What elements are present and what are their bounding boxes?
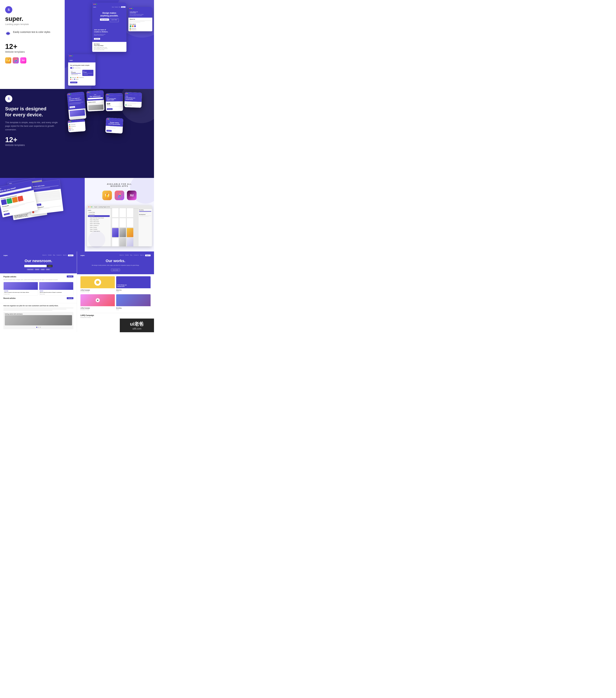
popular-articles-title: Popular articles bbox=[3, 276, 16, 278]
screens-container: super. About Features Blog Sign In Desig… bbox=[65, 0, 154, 89]
newsroom-search-btn[interactable]: Search bbox=[47, 265, 53, 267]
things-title: A few things youshould know bbox=[130, 11, 151, 13]
newsroom-header: super. About Us Portfolio Blog Contact U… bbox=[0, 251, 77, 274]
card-2-img bbox=[39, 282, 73, 290]
svg-rect-26 bbox=[118, 196, 120, 198]
pricing-card-1: $39 Essential Single project tier bbox=[70, 70, 82, 76]
works-header: super. About Us Portfolio Blog Contact U… bbox=[77, 251, 154, 274]
about-us-title: About Us bbox=[130, 19, 151, 20]
about-body: About Us Our values C bbox=[128, 18, 152, 31]
tag-popular: Popular topics bbox=[27, 269, 34, 270]
mock-join-section: Join our team ofcreative & thinkers. We'… bbox=[92, 27, 126, 42]
larq-info-section: LARQ Campaign Development & Design bbox=[81, 313, 151, 318]
feature-1: Easily customize text & color styles bbox=[5, 30, 59, 37]
newsroom-body: Popular articles View All We track consu… bbox=[0, 274, 77, 303]
mock-learnmore-btn: Learn More bbox=[110, 18, 119, 22]
article-title: How we organize our jobs for our new cus… bbox=[3, 305, 73, 307]
hero-left-panel: S super. Landing pages template Easily c… bbox=[0, 0, 65, 89]
works-item-larq: LARQ Campaign Development & Design bbox=[81, 276, 115, 293]
template-count-label: Website templates bbox=[5, 51, 59, 53]
mock-nav-links: About Features Blog Sign In bbox=[112, 6, 126, 8]
view-all-btn[interactable]: View All bbox=[67, 276, 73, 278]
figma-icon bbox=[13, 57, 19, 64]
templates-left-panel: super. What do you need? The most reques… bbox=[0, 178, 85, 251]
mock-idea-desc: We're a digital agency with a greatteam … bbox=[94, 47, 125, 51]
pricing-cards-row: $39 Essential Single project tier $69 Gr… bbox=[70, 70, 94, 76]
svg-rect-25 bbox=[118, 195, 120, 196]
pricing-mock-screen: super. Our pricing plan made simple. Ann… bbox=[68, 54, 96, 85]
phone-mock-6: Design makesanything possible. About us bbox=[106, 117, 123, 134]
works-desc: We design & build products, fonts, apps,… bbox=[81, 265, 151, 266]
toggle-label: Annual billing bbox=[74, 67, 81, 68]
card-2-body: UPDATE How we plan the works of Super's … bbox=[39, 290, 73, 295]
newsroom-nav-links: About Us Portfolio Blog Contact Us Sign … bbox=[42, 254, 73, 256]
mock-join-title: Join our team ofcreative & thinkers. bbox=[94, 29, 125, 33]
values-icons bbox=[130, 25, 151, 27]
main-mock-screen: super. About Features Blog Sign In Desig… bbox=[92, 3, 126, 52]
get-started-btn[interactable]: Get started bbox=[70, 82, 78, 83]
larq-sub: Development & Design bbox=[81, 291, 115, 292]
phone-about-header: super. A few things youshould know bbox=[125, 95, 142, 102]
mock-idea-section: We MakeYour Idea Real We're a digital ag… bbox=[92, 42, 126, 52]
mock-join-desc: We're always looking for greatdesigners … bbox=[94, 34, 125, 36]
dot-feature-3: Trust bbox=[70, 79, 73, 80]
article-card-2: UPDATE How we plan the works of Super's … bbox=[39, 282, 73, 295]
mock-download-btn: Download bbox=[94, 38, 100, 40]
works-signin-btn[interactable]: Sign In bbox=[145, 254, 151, 256]
hero2-count: 12+ bbox=[5, 136, 59, 143]
larq-campaign-sub: Development & Design bbox=[81, 317, 151, 318]
card-2-author: Marcus Reed bbox=[40, 294, 73, 295]
mock-hero-title: Design makesanything possible. bbox=[95, 12, 124, 17]
dot-feature-2: Transparency bbox=[77, 77, 84, 78]
mock-navbar: super. About Features Blog Sign In bbox=[92, 6, 126, 9]
works-body: LARQ Campaign Development & Design A few… bbox=[77, 274, 154, 321]
dot-features-row-2: Trust Integrity bbox=[70, 79, 94, 80]
pricing-body: Our pricing plan made simple. Annual bil… bbox=[68, 62, 96, 85]
newsroom-logo: super. bbox=[3, 254, 8, 256]
newsroom-search-input[interactable] bbox=[24, 265, 46, 267]
watermark: ui老爸 uil8.com bbox=[120, 319, 154, 332]
hero-section-2: S Super is designedfor every device. Thi… bbox=[0, 89, 154, 178]
card-1-tag: FEATURE bbox=[4, 291, 37, 292]
dot-features-row: Collaboration Transparency bbox=[70, 77, 94, 78]
works-item-2-sub: Insights bbox=[116, 291, 151, 292]
phone-mock-1: super. Join our team ofcreative & thinke… bbox=[67, 92, 86, 120]
deco-circle-5 bbox=[88, 231, 105, 248]
mock-logo: super. bbox=[93, 6, 96, 8]
svg-rect-12 bbox=[16, 59, 17, 60]
mock-idea-title: We MakeYour Idea Real bbox=[94, 43, 125, 46]
article-nav-dots bbox=[5, 327, 72, 328]
about-screen-nav bbox=[128, 7, 152, 10]
case-studies-btn[interactable]: Case studies bbox=[111, 269, 120, 271]
play-btn bbox=[96, 298, 100, 302]
works-item-2-title: A few things youshould know bbox=[117, 284, 150, 287]
watermark-line2: uil8.com bbox=[132, 327, 141, 330]
watermark-line1: ui老爸 bbox=[130, 321, 144, 327]
works-item-2-label: About Us bbox=[116, 289, 151, 291]
works-item-3-img bbox=[81, 294, 115, 306]
hero2-desc: This template is simple, easy to mix, an… bbox=[5, 121, 59, 131]
layers-icon bbox=[5, 31, 11, 37]
phone-mock-5: Collaboration Transparency Trust bbox=[68, 119, 86, 132]
view-all-recent-btn[interactable]: View All bbox=[67, 297, 73, 299]
works-item-4: Branding Design bbox=[116, 294, 151, 311]
phone-body-1: super. Join our team ofcreative & thinke… bbox=[67, 94, 86, 110]
screen-nav bbox=[92, 3, 126, 6]
sketch-sub-items: Super (The Note Given Route) Super / Blo… bbox=[88, 217, 110, 232]
article-img bbox=[5, 315, 72, 325]
hero2-left-panel: S Super is designedfor every device. Thi… bbox=[0, 89, 65, 178]
things-desc: Here is a simple short text to explainth… bbox=[130, 14, 151, 16]
card-1-author: Eleanor Smith bbox=[4, 294, 37, 295]
bottom-page-left: super. About Us Portfolio Blog Contact U… bbox=[0, 251, 77, 332]
newsroom-title: Our newsroom. bbox=[3, 259, 73, 263]
dot-y bbox=[95, 4, 96, 5]
card-2-tag: UPDATE bbox=[40, 291, 73, 292]
figma-icon-big bbox=[115, 191, 124, 200]
hero2-count-label: Website templates bbox=[5, 144, 59, 146]
sketch-canvas bbox=[111, 209, 138, 246]
newsroom-signin-btn[interactable]: Sign In bbox=[68, 254, 73, 256]
brand-tagline: Landing pages template bbox=[5, 23, 59, 26]
sketch-right-panel: Branding Development bbox=[138, 209, 152, 246]
works-grid: LARQ Campaign Development & Design A few… bbox=[81, 276, 151, 311]
pricing-title: Our pricing plan made simple. bbox=[70, 65, 94, 66]
